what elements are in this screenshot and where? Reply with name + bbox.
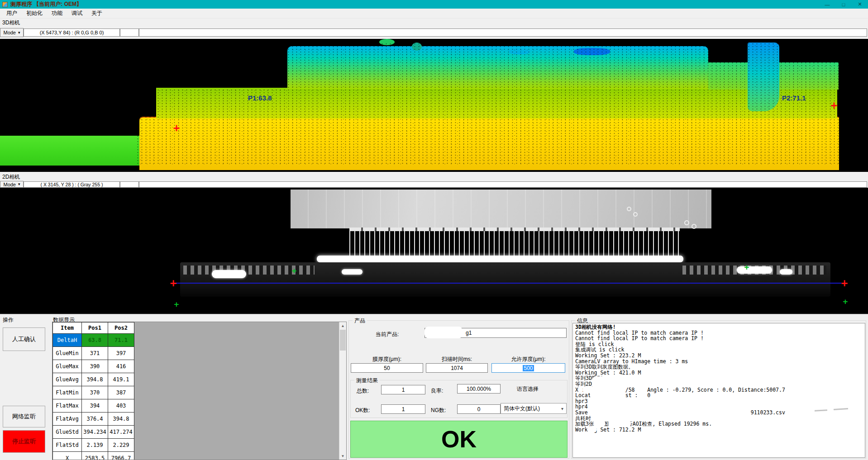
pcb-hole <box>692 224 696 229</box>
table-row[interactable]: GlueMax390416 <box>53 360 134 373</box>
value-cell: 403 <box>108 399 134 413</box>
value-cell: 370 <box>82 386 108 399</box>
pcb-hole <box>633 212 638 217</box>
heatmap-hook-shape <box>748 43 779 111</box>
header-pos2: Pos2 <box>108 322 134 334</box>
heatmap-blob <box>574 48 610 55</box>
item-cell: GlueAvg <box>53 373 82 386</box>
redaction-blob <box>582 387 603 393</box>
item-cell: FlatAvg <box>53 413 82 426</box>
menu-item-1[interactable]: 用户 <box>2 8 22 19</box>
window-title: 测厚程序 【当前用户: OEM】 <box>10 0 82 8</box>
glare-blob <box>737 266 772 274</box>
window-controls: — □ ✕ <box>819 0 868 9</box>
yield-field[interactable]: 100.000% <box>457 384 501 394</box>
table-row[interactable]: FlatStd2.1392.229 <box>53 439 134 452</box>
allowed-thickness-field[interactable]: 500 <box>491 363 565 373</box>
chevron-down-icon: ▾ <box>561 406 563 411</box>
value-cell: 394.8 <box>108 413 134 426</box>
camera2d-mode-label: Mode <box>3 182 16 187</box>
redaction-blob <box>598 415 625 421</box>
camera2d-pixel-status: ( X 3145, Y 28 ) : ( Gray 255 ) <box>24 181 120 188</box>
scan-time-label: 扫描时间ms: <box>426 356 488 363</box>
ok-count-field[interactable]: 1 <box>381 404 425 414</box>
table-row[interactable]: GlueStd394.234417.274 <box>53 426 134 439</box>
camera2d-mode-button[interactable]: Mode ▾ <box>0 181 24 188</box>
result-status-panel: OK <box>350 421 568 458</box>
total-count-label: 总数: <box>357 387 377 395</box>
value-cell: 71.1 <box>108 334 134 347</box>
stop-listen-button[interactable]: 停止监听 <box>3 430 45 453</box>
camera3d-mode-button[interactable]: Mode ▾ <box>0 28 24 37</box>
item-cell: FlatStd <box>53 439 82 452</box>
heatmap-blob <box>412 43 422 51</box>
heatmap-gradient-region <box>287 46 708 89</box>
value-cell: 371 <box>82 347 108 360</box>
heatmap-left-green-block <box>0 136 139 166</box>
menu-item-3[interactable]: 功能 <box>47 8 67 19</box>
menu-item-4[interactable]: 调试 <box>67 8 87 19</box>
table-row[interactable]: GlueMin371397 <box>53 347 134 360</box>
value-cell: 397 <box>108 347 134 360</box>
value-cell: 419.1 <box>108 373 134 386</box>
table-row[interactable]: FlatMax394403 <box>53 399 134 413</box>
minimize-button[interactable]: — <box>819 0 835 9</box>
app-icon <box>2 2 8 7</box>
pcb-board <box>291 190 711 228</box>
table-row[interactable]: FlatAvg376.4394.8 <box>53 413 134 426</box>
log-line: 等到3D取到灰度图数据。 <box>575 364 863 370</box>
menu-item-2[interactable]: 初始化 <box>22 8 47 19</box>
manual-confirm-button[interactable]: 人工确认 <box>3 327 45 351</box>
green-cross-marker: + <box>843 298 848 306</box>
value-cell: 2.139 <box>82 439 108 452</box>
film-thickness-field[interactable]: 50 <box>351 363 423 373</box>
value-cell: 7966.7 <box>108 452 134 460</box>
scroll-up-icon[interactable]: ▲ <box>339 322 346 329</box>
red-cross-marker: + <box>170 278 176 289</box>
camera2d-toolbar-box <box>120 181 139 188</box>
green-cross-marker: + <box>292 267 297 275</box>
chevron-down-icon: ▾ <box>18 31 20 35</box>
scrollbar-thumb[interactable] <box>340 330 346 351</box>
ng-count-field[interactable]: 0 <box>457 404 501 414</box>
pcb-hole <box>627 207 631 211</box>
table-row[interactable]: DeltaH63.871.1 <box>53 334 134 347</box>
reflective-strip <box>317 256 683 262</box>
menu-bar: 用户初始化功能调试关于 <box>0 9 868 19</box>
red-cross-marker: + <box>173 123 180 133</box>
log-panel[interactable]: 3D相机没有网络!Cannot find local IP to match c… <box>572 323 865 458</box>
close-button[interactable]: ✕ <box>852 0 868 9</box>
p1-measurement-label: P1:63.8 <box>248 94 272 102</box>
camera3d-view-image[interactable]: P1:63.8 P2:71.1 + + <box>0 39 868 172</box>
table-row[interactable]: X2583.57966.7 <box>53 452 134 460</box>
menu-item-5[interactable]: 关于 <box>87 8 107 19</box>
header-pos1: Pos1 <box>82 322 108 334</box>
scan-time-field[interactable]: 1074 <box>426 363 488 373</box>
table-row[interactable]: GlueAvg394.8419.1 <box>53 373 134 386</box>
camera2d-view-image[interactable]: + + + + + + <box>0 188 868 314</box>
language-select-combo[interactable]: 简体中文(默认) ▾ <box>501 403 567 414</box>
green-cross-marker: + <box>744 263 749 271</box>
log-line: Cannot find local IP to match camera IP … <box>575 336 863 341</box>
network-listen-button[interactable]: 网络监听 <box>3 406 45 427</box>
data-table-body: DeltaH63.871.1GlueMin371397GlueMax390416… <box>53 334 134 460</box>
item-cell: DeltaH <box>53 334 82 347</box>
camera3d-toolbar-box <box>120 28 139 37</box>
table-row[interactable]: FlatMin370387 <box>53 386 134 399</box>
value-cell: 390 <box>82 360 108 373</box>
ng-count-label: NG数: <box>431 407 453 414</box>
data-grid-scrollbar[interactable]: ▲ ▼ <box>339 322 346 460</box>
log-line: Working Set : 421.0 M <box>575 370 863 376</box>
item-cell: GlueMin <box>53 347 82 360</box>
value-cell: 2583.5 <box>82 452 108 460</box>
language-select-label: 语言选择 <box>517 385 548 393</box>
maximize-button[interactable]: □ <box>835 0 852 9</box>
data-grid: Item Pos1 Pos2 DeltaH63.871.1GlueMin3713… <box>52 322 347 460</box>
pcb-hole <box>684 220 689 225</box>
total-count-field[interactable]: 1 <box>381 385 425 394</box>
scroll-down-icon[interactable]: ▼ <box>339 452 346 460</box>
redaction-blob <box>629 408 735 417</box>
selected-text: 500 <box>523 365 534 371</box>
camera3d-section-label: 3D相机 <box>2 19 20 27</box>
glare-blob <box>212 270 246 278</box>
